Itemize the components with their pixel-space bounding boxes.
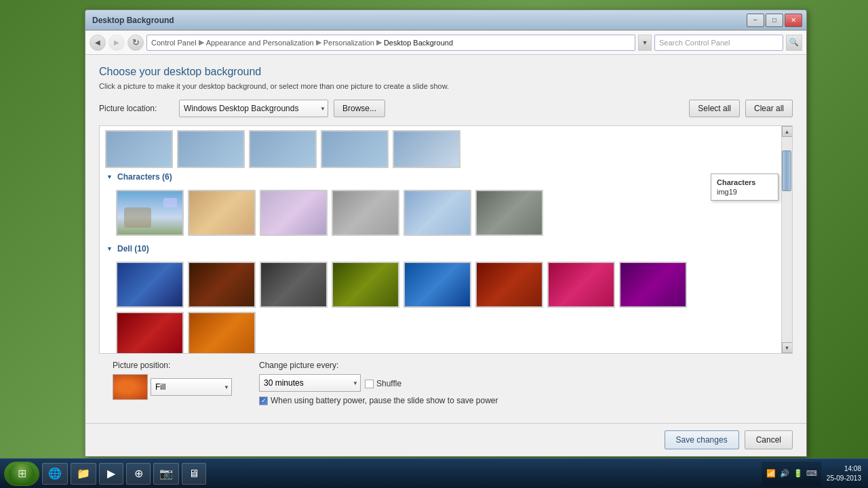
search-placeholder: Search Control Panel	[659, 39, 730, 47]
characters-thumb-1[interactable]	[116, 190, 184, 236]
main-window: Desktop Background − □ ✕ ◀ ▶ ↻ Control P…	[85, 9, 807, 457]
dell-thumb-10[interactable]	[188, 312, 256, 353]
tray-battery-icon[interactable]: 🔋	[793, 468, 804, 479]
characters-thumb-6[interactable]	[475, 190, 543, 236]
start-orb: ⊞	[9, 464, 35, 484]
dell-thumb-3[interactable]	[260, 262, 328, 308]
characters-thumb-4[interactable]	[332, 190, 399, 236]
location-select[interactable]: Windows Desktop Backgrounds	[179, 100, 328, 117]
window-title: Desktop Background	[92, 16, 747, 25]
browse-button[interactable]: Browse...	[334, 100, 385, 117]
system-tray: 📶 🔊 🔋 ⌨	[762, 462, 821, 486]
scroll-track[interactable]	[782, 137, 792, 342]
scroll-down-button[interactable]: ▼	[782, 342, 793, 353]
tray-volume-icon[interactable]: 🔊	[779, 468, 790, 479]
bottom-controls: Picture position: Fill Fit Stretch Tile …	[99, 354, 793, 412]
address-field[interactable]: Control Panel ▶ Appearance and Personali…	[146, 35, 635, 51]
battery-checkbox[interactable]: ✓	[259, 396, 268, 405]
shuffle-label: Shuffle	[376, 379, 401, 388]
dell-thumb-6[interactable]	[475, 262, 543, 308]
position-label: Picture position:	[113, 361, 232, 370]
breadcrumb-3: Personalization	[323, 39, 374, 47]
maximize-button[interactable]: □	[766, 14, 783, 27]
top-thumb-5[interactable]	[393, 130, 460, 168]
dell-thumb-1[interactable]	[116, 262, 184, 308]
back-button[interactable]: ◀	[90, 35, 106, 51]
breadcrumb-current: Desktop Background	[384, 39, 453, 47]
characters-category-label: Characters (6)	[117, 172, 172, 182]
change-select-wrapper: 30 minutes 1 minute 10 minutes 1 hour ▼	[259, 374, 361, 392]
change-every-select[interactable]: 30 minutes 1 minute 10 minutes 1 hour	[259, 374, 361, 392]
clock-time: 14:08	[844, 464, 861, 474]
tooltip-subtitle: img19	[717, 188, 772, 196]
battery-row: ✓ When using battery power, pause the sl…	[259, 396, 498, 405]
taskbar-media[interactable]: ▶	[99, 463, 123, 485]
top-thumb-3[interactable]	[249, 130, 317, 168]
dell-thumb-7[interactable]	[547, 262, 615, 308]
page-title: Choose your desktop background	[99, 66, 793, 78]
minimize-button[interactable]: −	[747, 14, 764, 27]
dell-thumb-4[interactable]	[332, 262, 399, 308]
characters-thumb-5[interactable]	[403, 190, 471, 236]
address-dropdown[interactable]: ▼	[638, 35, 652, 51]
addressbar: ◀ ▶ ↻ Control Panel ▶ Appearance and Per…	[85, 30, 806, 55]
taskbar-folder[interactable]: 📁	[71, 463, 96, 485]
search-button[interactable]: 🔍	[786, 35, 802, 51]
position-select[interactable]: Fill Fit Stretch Tile Center	[151, 378, 232, 396]
scroll-thumb[interactable]	[782, 150, 791, 191]
clear-all-button[interactable]: Clear all	[745, 100, 793, 117]
taskbar-chrome[interactable]: ⊕	[126, 463, 151, 485]
top-thumb-2[interactable]	[177, 130, 245, 168]
page-subtitle: Click a picture to make it your desktop …	[99, 82, 793, 90]
dell-category-label: Dell (10)	[117, 244, 149, 253]
breadcrumb-1: Control Panel	[151, 39, 197, 47]
close-button[interactable]: ✕	[785, 14, 802, 27]
cancel-button[interactable]: Cancel	[745, 430, 793, 449]
battery-label: When using battery power, pause the slid…	[271, 396, 498, 405]
taskbar-ie[interactable]: 🌐	[42, 463, 68, 485]
clock-date: 25-09-2013	[827, 474, 861, 483]
characters-thumb-2[interactable]	[188, 190, 256, 236]
characters-thumb-3[interactable]	[260, 190, 328, 236]
scroll-up-button[interactable]: ▲	[782, 126, 793, 137]
position-group: Picture position: Fill Fit Stretch Tile …	[113, 361, 232, 400]
location-label: Picture location:	[99, 104, 174, 113]
change-label: Change picture every:	[259, 361, 498, 370]
taskbar-app1[interactable]: 📷	[153, 463, 179, 485]
characters-collapse-icon[interactable]: ▼	[106, 174, 113, 180]
top-thumb-4[interactable]	[321, 130, 389, 168]
position-preview: Fill Fit Stretch Tile Center ▼	[113, 374, 232, 400]
dell-thumb-8[interactable]	[619, 262, 687, 308]
bottom-actions: Save changes Cancel	[85, 424, 806, 456]
tray-keyboard-icon[interactable]: ⌨	[806, 468, 817, 479]
characters-images-row	[105, 190, 776, 236]
gallery-container: ▼ Characters (6)	[99, 125, 793, 354]
system-clock[interactable]: 14:08 25-09-2013	[824, 464, 864, 483]
gallery-scroll[interactable]: ▼ Characters (6)	[100, 126, 781, 353]
forward-button[interactable]: ▶	[108, 35, 125, 51]
picture-location-row: Picture location: Windows Desktop Backgr…	[99, 100, 793, 117]
dell-collapse-icon[interactable]: ▼	[106, 245, 113, 252]
tray-network-icon[interactable]: 📶	[766, 468, 776, 479]
scrollbar[interactable]: ▲ ▼	[781, 126, 792, 353]
shuffle-row: Shuffle	[365, 379, 401, 388]
taskbar-app2[interactable]: 🖥	[182, 463, 206, 485]
refresh-button[interactable]: ↻	[127, 35, 144, 51]
taskbar: ⊞ 🌐 📁 ▶ ⊕ 📷 🖥 📶 🔊 🔋 ⌨ 14:08 25-09-2013	[0, 458, 868, 488]
dell-thumb-5[interactable]	[403, 262, 471, 308]
shuffle-checkbox[interactable]	[365, 380, 374, 388]
start-button[interactable]: ⊞	[4, 462, 39, 486]
save-button[interactable]: Save changes	[665, 430, 739, 449]
dell-header: ▼ Dell (10)	[105, 241, 776, 256]
tooltip-title: Characters	[717, 178, 772, 186]
search-box[interactable]: Search Control Panel	[654, 35, 783, 51]
dell-thumb-9[interactable]	[116, 312, 184, 353]
dell-thumb-2[interactable]	[188, 262, 256, 308]
window-controls: − □ ✕	[747, 14, 802, 27]
characters-section: ▼ Characters (6)	[105, 169, 776, 236]
top-thumb-1[interactable]	[105, 130, 173, 168]
breadcrumb-2: Appearance and Personalization	[206, 39, 314, 47]
select-all-button[interactable]: Select all	[689, 100, 740, 117]
titlebar: Desktop Background − □ ✕	[85, 10, 806, 30]
position-thumbnail	[113, 374, 148, 400]
